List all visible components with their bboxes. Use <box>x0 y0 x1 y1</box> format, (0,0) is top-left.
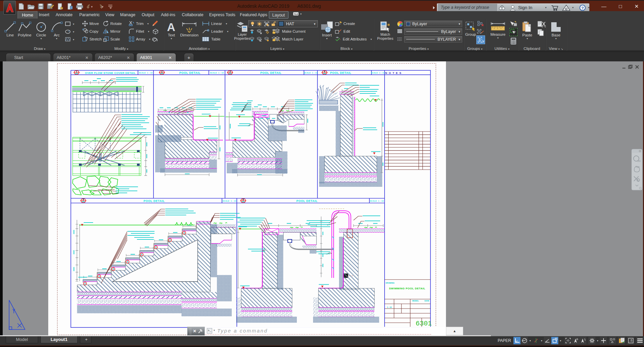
svg-text:▾: ▾ <box>102 5 104 8</box>
svg-text:?: ? <box>582 5 584 10</box>
svg-text:SCALE 1 : 10: SCALE 1 : 10 <box>210 72 224 74</box>
svg-text:SCALE 1 : 10: SCALE 1 : 10 <box>223 200 236 202</box>
svg-text:6: 6 <box>243 198 244 201</box>
svg-text:1: 1 <box>76 70 77 73</box>
svg-text:POOL DETAIL: POOL DETAIL <box>330 71 352 75</box>
svg-text:SCALE 1 : 10: SCALE 1 : 10 <box>139 72 153 74</box>
svg-text:6301: 6301 <box>416 320 432 327</box>
svg-text:5: 5 <box>83 198 84 201</box>
svg-text:POOL DETAIL: POOL DETAIL <box>297 199 318 203</box>
svg-text:DRAWING: DRAWING <box>386 282 395 284</box>
svg-text:2D: 2D <box>638 160 641 162</box>
svg-text:2: 2 <box>161 70 163 73</box>
svg-text:POOL DETAIL: POOL DETAIL <box>260 71 282 75</box>
svg-text:POOL DETAIL: POOL DETAIL <box>144 199 165 203</box>
svg-text:SCALE 1 : 10: SCALE 1 : 10 <box>304 72 318 74</box>
svg-text:A: A <box>167 21 175 33</box>
svg-text:POOL DETAIL: POOL DETAIL <box>179 71 201 75</box>
svg-text:SWIMMING POOL DETAIL: SWIMMING POOL DETAIL <box>389 287 425 290</box>
svg-text:SCALE 1 : 10: SCALE 1 : 10 <box>370 200 384 202</box>
svg-text:1 : 10: 1 : 10 <box>387 306 392 308</box>
svg-text:OVER FLOW STONE COVER DETAIL: OVER FLOW STONE COVER DETAIL <box>85 71 136 75</box>
svg-text:4: 4 <box>324 70 325 73</box>
svg-text:SCALE 1 : 10: SCALE 1 : 10 <box>371 72 385 74</box>
svg-text:03/08: 03/08 <box>424 300 429 302</box>
svg-text:NOTES: NOTES <box>385 71 403 75</box>
svg-text:▾: ▾ <box>91 5 93 8</box>
svg-text:MODEL: MODEL <box>412 300 419 302</box>
svg-text:3: 3 <box>229 70 231 73</box>
